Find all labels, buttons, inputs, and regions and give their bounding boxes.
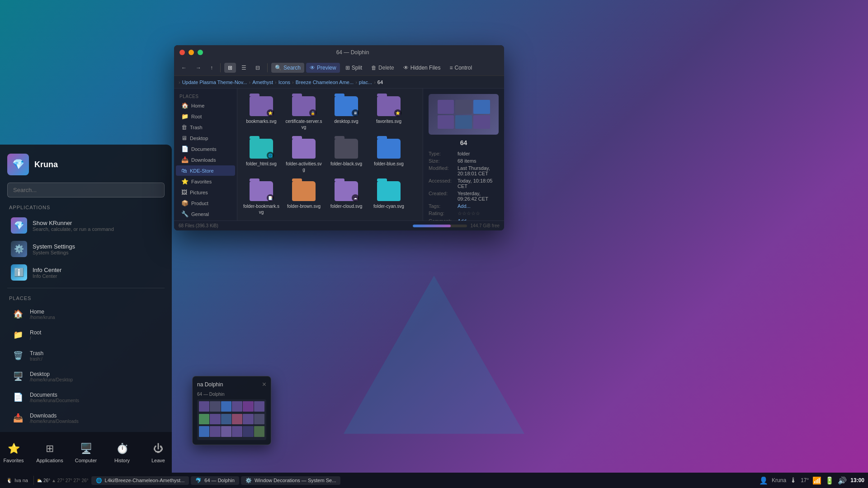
file-activities[interactable]: folder-activities.svg — [283, 135, 324, 175]
settings-app-icon: ⚙️ — [11, 241, 27, 257]
taskbar-bottom: 🐧 Iva na ⛅ 26° ▲ 27° 27° 27° 26° 🌐 L4ki/… — [0, 473, 868, 488]
toolbar-forward-btn[interactable]: → — [192, 63, 205, 73]
file-blue[interactable]: folder-blue.svg — [368, 135, 409, 175]
toolbar-list-btn[interactable]: ☰ — [238, 63, 250, 73]
app-item-info[interactable]: ℹ️ Info Center Info Center — [7, 261, 165, 284]
tags-add-link[interactable]: Add... — [458, 203, 471, 209]
desktop-decoration — [344, 276, 524, 434]
sidebar-kde-store[interactable]: 🛍KDE-Store — [176, 165, 235, 176]
kruna-title: Kruna — [34, 160, 58, 169]
weather-icon: ⛅ — [37, 478, 42, 483]
disk-usage-bar — [413, 225, 467, 227]
preview-subtitle: 64 — Dolphin — [197, 392, 266, 397]
breadcrumb-5[interactable]: plac... — [359, 80, 372, 85]
accessed-label: Accessed: — [429, 178, 456, 189]
toolbar-split-btn[interactable]: ⊞ Split — [342, 63, 366, 73]
file-blue-label: folder-blue.svg — [374, 161, 404, 167]
breadcrumb-4[interactable]: Breeze Chameleon Ame... — [296, 80, 354, 85]
breadcrumb-3[interactable]: Icons — [278, 80, 290, 85]
sidebar-documents[interactable]: 📄Documents — [176, 144, 235, 154]
place-home[interactable]: 🏠 Home /home/kruna — [7, 304, 165, 324]
window-maximize-btn[interactable] — [198, 50, 203, 55]
toolbar-preview-btn[interactable]: 👁 Preview — [306, 63, 340, 73]
breadcrumb-2[interactable]: Amethyst — [252, 80, 273, 85]
weather-range: ▲ 27° 27° 27° 26° — [52, 478, 89, 483]
dock-leave[interactable]: ⏻ Leave — [140, 438, 176, 467]
toolbar-up-btn[interactable]: ↑ — [207, 63, 217, 73]
app-item-krunner[interactable]: 💎 Show KRunner Search, calculate, or run… — [7, 214, 165, 237]
home-icon: 🏠 — [11, 307, 25, 321]
window-minimize-btn[interactable] — [189, 50, 194, 55]
tray-network-icon: 📶 — [812, 476, 821, 485]
sidebar-desktop[interactable]: 🖥Desktop — [176, 133, 235, 143]
breadcrumb-6[interactable]: 64 — [377, 80, 383, 85]
taskbar-chromium-btn[interactable]: 🌐 L4ki/Breeze-Chameleon-Amethyst... — [91, 476, 189, 485]
dolphin-body: Places 🏠Home 📁Root 🗑Trash 🖥Desktop 📄Docu… — [174, 89, 504, 221]
dock-history-label: History — [114, 458, 130, 463]
preview-close-btn[interactable]: × — [262, 381, 266, 388]
kruna-search-input[interactable] — [7, 183, 165, 197]
sidebar-general[interactable]: 🔧General — [176, 209, 235, 219]
sidebar-home[interactable]: 🏠Home — [176, 100, 235, 111]
toolbar-hidden-btn[interactable]: 👁 Hidden Files — [400, 63, 444, 73]
place-desktop[interactable]: 🖥️ Desktop /home/kruna/Desktop — [7, 366, 165, 387]
file-cloud-label: folder-cloud.svg — [330, 203, 363, 209]
file-black-label: folder-black.svg — [330, 161, 362, 167]
place-trash[interactable]: 🗑️ Trash trash:/ — [7, 345, 165, 366]
toolbar-split-panel-btn[interactable]: ⊟ — [252, 63, 264, 73]
file-bookmarks[interactable]: ⭐ bookmarks.svg — [241, 92, 282, 133]
taskbar-dolphin-btn[interactable]: 🐬 64 — Dolphin — [191, 476, 239, 485]
toolbar-back-btn[interactable]: ← — [178, 63, 190, 73]
type-label: Type: — [429, 151, 456, 156]
tray-power-icon: 🔋 — [825, 476, 834, 485]
place-desktop-path: /home/kruna/Desktop — [30, 377, 161, 382]
place-root[interactable]: 📁 Root / — [7, 324, 165, 345]
file-folder-html[interactable]: 🌐 folder_html.svg — [241, 135, 282, 175]
place-downloads-name: Downloads — [30, 413, 161, 419]
file-favorites[interactable]: ⭐ favorites.svg — [368, 92, 409, 133]
file-activities-label: folder-activities.svg — [285, 161, 322, 173]
dock-leave-label: Leave — [151, 458, 165, 463]
sidebar-root[interactable]: 📁Root — [176, 111, 235, 122]
app-name-settings: System Settings — [33, 243, 161, 250]
rating-stars[interactable]: ☆☆☆☆☆ — [458, 211, 480, 216]
place-downloads[interactable]: 📥 Downloads /home/kruna/Downloads — [7, 408, 165, 428]
file-cert-server[interactable]: 🔒 certificate-server.svg — [283, 92, 324, 133]
app-item-settings[interactable]: ⚙️ System Settings System Settings — [7, 237, 165, 261]
toolbar-control-btn[interactable]: ≡ Control — [446, 63, 476, 73]
window-close-btn[interactable] — [179, 50, 185, 55]
place-desktop-name: Desktop — [30, 371, 161, 377]
place-documents[interactable]: 📄 Documents /home/kruna/Documents — [7, 387, 165, 408]
app-desc-krunner: Search, calculate, or run a command — [33, 226, 161, 232]
toolbar-grid-btn[interactable]: ⊞ — [224, 63, 236, 73]
sidebar-downloads[interactable]: 📥Downloads — [176, 155, 235, 165]
file-black[interactable]: folder-black.svg — [326, 135, 367, 175]
file-desktop-label: desktop.svg — [334, 118, 358, 124]
places-section-label: Places — [7, 296, 165, 301]
toolbar-search-btn[interactable]: 🔍 Search — [271, 63, 304, 73]
file-bookmark[interactable]: 📑 folder-bookmark.svg — [241, 177, 282, 218]
trash-icon: 🗑️ — [11, 348, 25, 363]
leave-dock-icon: ⏻ — [151, 441, 165, 456]
file-brown[interactable]: folder-brown.svg — [283, 177, 324, 218]
dock-history[interactable]: ⏱️ History — [104, 438, 140, 467]
modified-value: Last Thursday, 20:18:01 CET — [458, 165, 499, 176]
dolphin-breadcrumb: › Update Plasma Theme-Nov... › Amethyst … — [174, 76, 504, 89]
dock-computer-label: Computer — [75, 458, 97, 463]
dock-applications[interactable]: ⊞ Applications — [32, 438, 68, 467]
left-dock: ⭐ Favorites ⊞ Applications 🖥️ Computer ⏱… — [0, 432, 172, 473]
file-cloud[interactable]: ☁ folder-cloud.svg — [326, 177, 367, 218]
file-cyan[interactable]: folder-cyan.svg — [368, 177, 409, 218]
taskbar-settings-btn[interactable]: ⚙️ Window Decorations — System Se... — [241, 476, 340, 485]
toolbar-delete-btn[interactable]: 🗑 Delete — [368, 63, 398, 73]
file-desktop[interactable]: 🖥 desktop.svg — [326, 92, 367, 133]
dock-computer[interactable]: 🖥️ Computer — [68, 438, 104, 467]
sidebar-trash[interactable]: 🗑Trash — [176, 122, 235, 132]
info-preview — [429, 94, 499, 135]
breadcrumb-1[interactable]: Update Plasma Theme-Nov... — [182, 80, 247, 85]
sidebar-product[interactable]: 📦Product — [176, 198, 235, 208]
dock-favorites[interactable]: ⭐ Favorites — [0, 438, 32, 467]
taskbar-start-btn[interactable]: 🐧 Iva na — [4, 477, 31, 484]
sidebar-favorites[interactable]: ⭐Favorites — [176, 176, 235, 187]
sidebar-pictures[interactable]: 🖼Pictures — [176, 187, 235, 197]
